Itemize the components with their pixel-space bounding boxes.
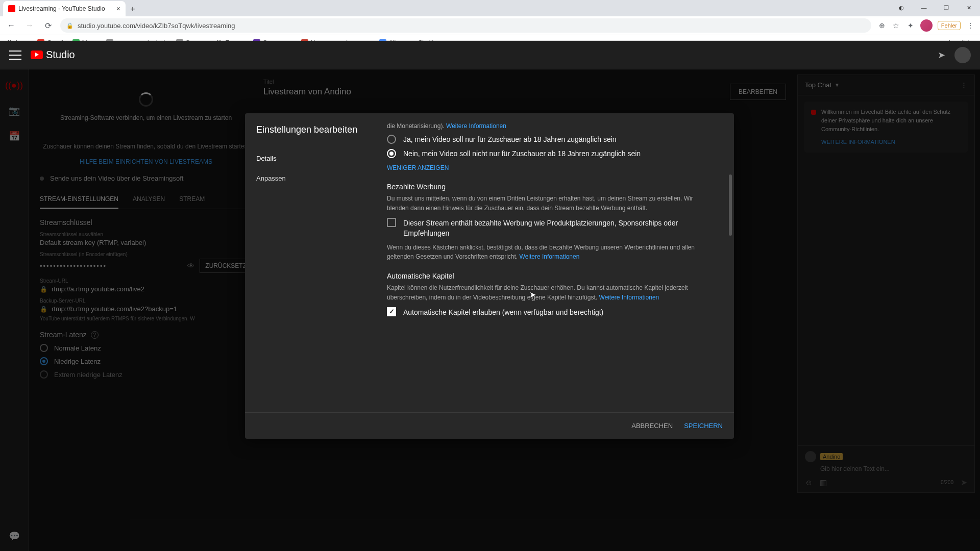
error-badge[interactable]: Fehler bbox=[938, 21, 961, 30]
settings-dialog: Einstellungen bearbeiten Details Anpasse… bbox=[245, 113, 734, 439]
address-bar: ← → ⟳ 🔒 studio.youtube.com/video/kZIb7so… bbox=[0, 16, 980, 35]
paid-promo-note: Wenn du dieses Kästchen anklickst, bestä… bbox=[387, 243, 714, 262]
radio-selected-icon bbox=[387, 149, 396, 158]
paid-promo-checkbox-row[interactable]: Dieser Stream enthält bezahlte Werbung w… bbox=[387, 218, 714, 239]
tab-favicon bbox=[8, 5, 15, 12]
more-info-link[interactable]: Weitere Informationen bbox=[520, 253, 580, 260]
age-restrict-yes[interactable]: Ja, mein Video soll nur für Zuschauer ab… bbox=[387, 135, 714, 144]
share-icon[interactable]: ➤ bbox=[938, 49, 945, 61]
radio-icon bbox=[387, 135, 396, 144]
forward-button[interactable]: → bbox=[23, 21, 36, 30]
reload-button[interactable]: ⟳ bbox=[42, 21, 54, 31]
mouse-cursor-icon: ➤ bbox=[529, 290, 536, 299]
checkbox-checked-icon[interactable] bbox=[387, 307, 396, 316]
browser-tab[interactable]: Livestreaming - YouTube Studio × bbox=[3, 1, 126, 16]
youtube-studio-app: Studio ➤ ((●)) 📷 📅 💬 Streaming-Software … bbox=[0, 41, 980, 551]
tab-close-icon[interactable]: × bbox=[116, 5, 120, 13]
save-button[interactable]: SPEICHERN bbox=[684, 422, 723, 430]
extensions-icon[interactable]: ✦ bbox=[906, 21, 915, 30]
sidebar-item-details[interactable]: Details bbox=[256, 148, 366, 168]
paid-promo-desc: Du musst uns mitteilen, wenn du von eine… bbox=[387, 194, 714, 213]
new-tab-button[interactable]: + bbox=[126, 2, 140, 16]
cancel-button[interactable]: ABBRECHEN bbox=[631, 422, 673, 430]
checkbox-icon[interactable] bbox=[387, 218, 396, 227]
window-account-icon[interactable]: ◐ bbox=[890, 0, 913, 15]
studio-logo[interactable]: Studio bbox=[31, 49, 75, 61]
paid-promo-heading: Bezahlte Werbung bbox=[387, 183, 714, 191]
dialog-content[interactable]: die Monetarisierung). Weitere Informatio… bbox=[378, 113, 734, 412]
window-maximize[interactable]: ❐ bbox=[935, 0, 958, 15]
content-partial-top: die Monetarisierung). Weitere Informatio… bbox=[387, 122, 714, 130]
browser-menu-icon[interactable]: ⋮ bbox=[966, 21, 975, 30]
more-info-link[interactable]: Weitere Informationen bbox=[599, 294, 659, 301]
auto-chapters-checkbox-label: Automatische Kapitel erlauben (wenn verf… bbox=[403, 307, 603, 317]
browser-chrome: Livestreaming - YouTube Studio × + ◐ — ❐… bbox=[0, 0, 980, 41]
studio-wordmark: Studio bbox=[46, 49, 75, 61]
show-less-link[interactable]: WENIGER ANZEIGEN bbox=[387, 164, 714, 171]
sidebar-item-customize[interactable]: Anpassen bbox=[256, 168, 366, 188]
more-info-link[interactable]: Weitere Informationen bbox=[446, 122, 506, 130]
window-close[interactable]: ✕ bbox=[958, 0, 980, 15]
back-button[interactable]: ← bbox=[5, 21, 17, 30]
age-restrict-no[interactable]: Nein, mein Video soll nicht nur für Zusc… bbox=[387, 149, 714, 158]
app-header: Studio ➤ bbox=[0, 41, 980, 69]
dialog-title: Einstellungen bearbeiten bbox=[256, 124, 366, 135]
youtube-icon bbox=[31, 51, 43, 59]
window-minimize[interactable]: — bbox=[913, 0, 935, 15]
auto-chapters-heading: Automatische Kapitel bbox=[387, 272, 714, 280]
auto-chapters-checkbox-row[interactable]: Automatische Kapitel erlauben (wenn verf… bbox=[387, 307, 714, 317]
auto-chapters-desc: Kapitel können die Nutzerfreundlichkeit … bbox=[387, 283, 714, 302]
install-icon[interactable]: ⊕ bbox=[877, 21, 887, 30]
paid-promo-checkbox-label: Dieser Stream enthält bezahlte Werbung w… bbox=[403, 218, 714, 239]
url-field[interactable]: 🔒 studio.youtube.com/video/kZIb7soTqwk/l… bbox=[60, 18, 871, 33]
user-avatar[interactable] bbox=[954, 47, 971, 63]
hamburger-menu[interactable] bbox=[9, 51, 21, 60]
lock-icon: 🔒 bbox=[66, 22, 74, 29]
profile-avatar[interactable] bbox=[920, 19, 933, 32]
scrollbar-thumb[interactable] bbox=[729, 174, 732, 236]
url-text: studio.youtube.com/video/kZIb7soTqwk/liv… bbox=[78, 22, 235, 30]
bookmark-star-icon[interactable]: ☆ bbox=[892, 21, 901, 30]
dialog-sidebar: Einstellungen bearbeiten Details Anpasse… bbox=[245, 113, 378, 412]
tab-title: Livestreaming - YouTube Studio bbox=[18, 5, 105, 12]
tab-bar: Livestreaming - YouTube Studio × + ◐ — ❐… bbox=[0, 0, 980, 16]
dialog-footer: ABBRECHEN SPEICHERN bbox=[245, 412, 734, 439]
